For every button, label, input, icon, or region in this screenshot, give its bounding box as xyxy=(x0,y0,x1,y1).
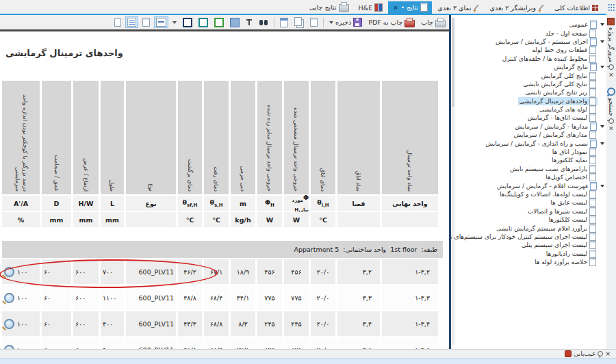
column-header[interactable]: خروجی واحد ترمینال مشخص شده xyxy=(284,81,309,194)
chevron-down-icon[interactable] xyxy=(600,23,604,26)
printer-icon xyxy=(339,4,349,12)
debug-tab[interactable]: عیب‌یابی × xyxy=(565,350,611,357)
find-button[interactable] xyxy=(258,18,270,27)
pin-icon[interactable] xyxy=(608,118,614,124)
column-header[interactable]: طول xyxy=(101,81,124,194)
sidebar-item[interactable]: صفحه اول - جلد xyxy=(457,29,605,37)
sidebar-item[interactable]: نصب و راه اندازی - گرمایش / سرمایش xyxy=(457,139,605,147)
column-header[interactable]: دمای رفت xyxy=(204,81,229,194)
chevron-down-icon[interactable] xyxy=(600,142,604,145)
cell: ۶۰ xyxy=(42,259,71,284)
sidebar-item[interactable]: لیست عایق ها xyxy=(457,198,605,207)
side-tab-project-browser[interactable]: مرورگر پروژه× xyxy=(606,16,616,82)
page-setup-button[interactable] xyxy=(309,17,319,27)
chevron-down-icon[interactable] xyxy=(600,66,604,68)
tab-printed-results[interactable]: نتایج چاپی xyxy=(305,1,353,14)
sidebar-item[interactable]: نتایج کلی گرمایش xyxy=(457,71,605,79)
sidebar-item[interactable]: لیست اتاق‌ها - گرمایش xyxy=(457,114,605,122)
sidebar-item[interactable]: لیست رادیاتورها xyxy=(457,250,605,258)
column-symbol-cell: فضا xyxy=(337,196,380,211)
sidebar-item[interactable]: واحدهای ترمینال گرمایشی xyxy=(457,97,605,105)
sidebar-item[interactable]: اجرای سیستم - گرمایش / سرمایش xyxy=(457,38,605,46)
sidebar-item[interactable]: لیست اجرای سیستم پنلی xyxy=(457,241,605,249)
chevron-down-icon[interactable] xyxy=(600,125,604,128)
chevron-down-icon[interactable] xyxy=(329,21,333,24)
column-header[interactable]: درصد بزرگتر یا کوچکتر بودن اندازه واحد س… xyxy=(2,81,40,194)
pencil-icon xyxy=(538,4,545,12)
save-button[interactable]: ذخیره xyxy=(328,17,363,27)
sidebar-item[interactable]: اختصاص کویل‌ها xyxy=(457,173,605,181)
column-header[interactable]: دبی جرمی xyxy=(231,81,255,194)
sidebar-scrollbar[interactable] xyxy=(452,18,454,345)
sidebar-item[interactable]: مخلوط کننده ها / حلقه‌های کنترل xyxy=(457,55,605,63)
column-header[interactable]: عمق / ضخامت xyxy=(42,81,71,194)
tab-he[interactable]: H&E xyxy=(355,2,387,14)
sidebar-item[interactable]: قطعات روی خط لوله xyxy=(457,46,605,54)
view-frame-navy-button[interactable] xyxy=(181,17,194,28)
column-header[interactable]: نماد اتاق xyxy=(337,81,380,194)
sidebar-item[interactable]: لیست لوله‌ها، اتصالات و کوپلینگ‌ها xyxy=(457,190,605,198)
building-unit-value: 5 Appartment xyxy=(294,246,339,253)
sidebar-item[interactable]: برآورد اقلام سیستم گرمایش تابشی xyxy=(457,224,605,232)
pin-icon[interactable] xyxy=(598,351,603,356)
sidebar-item[interactable]: لیست کلکتورها xyxy=(457,216,605,224)
column-header[interactable]: ارتفاع / عرض xyxy=(73,81,99,194)
sidebar-item[interactable]: لوله های گرمایشی xyxy=(457,105,605,114)
close-icon[interactable]: × xyxy=(608,72,615,77)
sidebar-item[interactable]: لیست اجرای سیستم کنترل خودکار برای سیستم… xyxy=(457,233,605,241)
sidebar-item[interactable]: مدارهای گرمایش / سرمایش xyxy=(457,131,605,139)
sidebar-item[interactable]: نمایه کلکتورها xyxy=(457,156,605,164)
tab-general-info[interactable]: اطلاعات کلی xyxy=(550,3,602,14)
sidebar-item[interactable]: نتایج کلی گرمایش تابشی xyxy=(457,80,605,88)
magnifier-icon[interactable] xyxy=(4,267,14,277)
column-header[interactable]: دمای اتاق xyxy=(311,81,335,194)
list-view-button[interactable] xyxy=(126,17,138,27)
page-icon xyxy=(589,97,596,105)
side-tab-search[interactable]: جستجو× xyxy=(606,86,616,135)
close-icon[interactable]: × xyxy=(605,351,611,357)
page-lines-button[interactable] xyxy=(141,17,151,27)
sidebar-item[interactable]: لیست شیرها و اتصالات xyxy=(457,207,605,216)
tab-view-3d[interactable]: نمای ۳ بعدی xyxy=(433,3,484,14)
view-more-button[interactable] xyxy=(171,21,178,25)
column-header[interactable]: دمای برگشت xyxy=(178,81,202,194)
column-header-label: طول xyxy=(109,83,116,192)
view-frame-filled-button[interactable] xyxy=(229,17,241,28)
copy-button[interactable] xyxy=(293,16,305,29)
close-icon[interactable]: × xyxy=(392,4,399,11)
column-header[interactable]: نماد واحد ترمینال xyxy=(382,81,438,194)
print-button[interactable]: چاپ xyxy=(420,17,447,28)
tab-editor-2d[interactable]: ویرایشگر ۲ بعدی xyxy=(485,3,549,14)
dock-grip-icon[interactable] xyxy=(608,3,615,12)
cell-value: ۴۰۰ xyxy=(103,320,113,328)
sidebar-item-content: فهرست اقلام - گرمایش / سرمایش xyxy=(496,182,598,190)
sidebar-item[interactable]: نتایج گرمایش xyxy=(457,63,605,71)
cell: ۸/۳ xyxy=(231,311,255,336)
right-dock-strip: مرورگر پروژه×جستجو× xyxy=(606,0,616,349)
chevron-down-icon[interactable] xyxy=(600,40,604,43)
sidebar-item[interactable]: فهرست اقلام - گرمایش / سرمایش xyxy=(457,181,605,190)
column-header[interactable]: نوع xyxy=(126,81,176,194)
magnifier-icon[interactable] xyxy=(4,319,14,329)
column-header[interactable]: خروجی واحد ترمینال سایز زده شده xyxy=(257,81,282,194)
text-style-button[interactable] xyxy=(244,18,255,27)
cell-value: ۳,۳ xyxy=(363,294,372,302)
view-frame-teal-button[interactable] xyxy=(197,17,209,28)
report-view-button[interactable] xyxy=(279,17,290,28)
print-pdf-button[interactable]: چاپ به PDF xyxy=(367,17,416,28)
magnifier-icon[interactable] xyxy=(4,293,14,303)
sidebar-item[interactable]: ریز نتایج گرمایش تابشی xyxy=(457,88,605,96)
sidebar-item[interactable]: نمودار اتاق ها xyxy=(457,148,605,156)
sidebar-item[interactable]: خلاصه برآورد لوله ها xyxy=(457,258,605,266)
chevron-down-icon[interactable] xyxy=(600,185,604,187)
close-icon[interactable]: × xyxy=(608,126,615,131)
thumbnail-button[interactable] xyxy=(113,18,123,27)
view-frame-green-button[interactable] xyxy=(213,17,225,28)
sidebar-item[interactable]: مدارها - گرمایش / سرمایش xyxy=(457,122,605,131)
sidebar-item[interactable]: پارامترهای نصب سیستم تابش xyxy=(457,165,605,173)
pin-icon[interactable] xyxy=(608,64,614,70)
cell: ۱-۳,۵ xyxy=(382,337,438,349)
tab-results[interactable]: نتایج•× xyxy=(388,1,432,14)
fit-width-button[interactable] xyxy=(155,17,168,27)
sidebar-item[interactable]: عمومی xyxy=(457,21,605,29)
